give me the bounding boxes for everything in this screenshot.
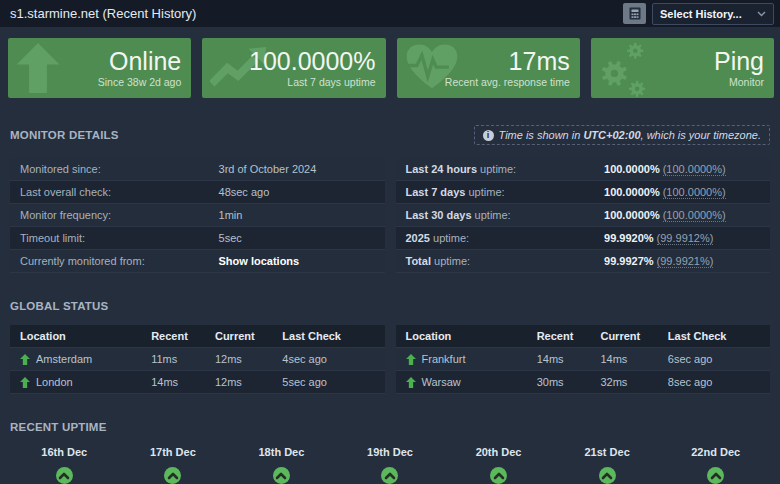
uptime-day-date: 22nd Dec [661,446,770,458]
row-label: Last overall check: [20,186,219,198]
table-row: Total uptime: 99.9927%(99.9921%) [396,250,771,273]
global-status-table-left: Location Recent Current Last Check Amste… [10,325,385,394]
location-up-arrow-icon [20,354,30,365]
uptime-day-date: 17th Dec [119,446,228,458]
uptime-tooltip-value[interactable]: (100.0000%) [663,186,726,199]
row-value: 99.9920%(99.9912%) [604,232,760,244]
last-check: 6sec ago [668,353,760,365]
day-status-up-icon[interactable] [56,467,73,484]
uptime-day: 22nd Dec [661,446,770,484]
location-up-arrow-icon [406,377,416,388]
uptime-day-date: 16th Dec [10,446,119,458]
row-label: Monitor frequency: [20,209,219,221]
status-card-monitor-type: Ping Monitor [591,38,774,98]
col-location: Location [406,330,537,342]
location-name: London [36,376,73,388]
location-name: Warsaw [422,376,461,388]
table-row: Currently monitored from: Show locations [10,250,385,273]
uptime-day-date: 20th Dec [444,446,553,458]
row-label: Monitored since: [20,163,219,175]
uptime-day-date: 21st Dec [553,446,662,458]
section-title-recent-uptime: RECENT UPTIME [10,421,107,433]
global-status-table-right: Location Recent Current Last Check Frank… [396,325,771,394]
row-value: 100.0000%(100.0000%) [604,186,760,198]
day-status-up-icon[interactable] [599,467,616,484]
table-row: Frankfurt 14ms 14ms 6sec ago [396,348,771,371]
card-monitor-type-sub: Monitor [714,76,764,88]
last-check: 4sec ago [282,353,374,365]
location-name: Frankfurt [422,353,466,365]
day-status-up-icon[interactable] [273,467,290,484]
recent-ms: 14ms [537,353,601,365]
uptime-stats-table: Last 24 hours uptime: 100.0000%(100.0000… [396,158,771,273]
recent-uptime-days: 16th Dec 17th Dec 18th Dec 19th Dec 20th… [10,446,770,484]
table-header-row: Location Recent Current Last Check [396,325,771,348]
row-value: 48sec ago [219,186,375,198]
recent-ms: 30ms [537,376,601,388]
history-select-value: Select History... [660,8,742,20]
table-row: 2025 uptime: 99.9920%(99.9912%) [396,227,771,250]
table-row: Monitor frequency: 1min [10,204,385,227]
day-status-up-icon[interactable] [381,467,398,484]
row-value: 3rd of October 2024 [219,163,375,175]
last-check: 5sec ago [282,376,374,388]
status-cards: Online Since 38w 2d ago 100.0000% Last 7… [8,38,774,98]
uptime-tooltip-value[interactable]: (99.9921%) [657,255,714,268]
page-title: s1.starmine.net (Recent History) [10,6,196,21]
card-response-sub: Recent avg. response time [445,76,570,88]
uptime-tooltip-value[interactable]: (100.0000%) [663,163,726,176]
topbar-actions: Select History... [623,3,774,25]
table-row: Last overall check: 48sec ago [10,181,385,204]
row-label: Last 7 days uptime: [406,186,605,198]
day-status-up-icon[interactable] [707,467,724,484]
uptime-day: 21st Dec [553,446,662,484]
day-status-up-icon[interactable] [490,467,507,484]
uptime-tooltip-value[interactable]: (99.9912%) [657,232,714,245]
table-row: Timeout limit: 5sec [10,227,385,250]
timezone-note: i Time is shown in UTC+02:00, which is y… [474,125,770,145]
table-row: Amsterdam 11ms 12ms 4sec ago [10,348,385,371]
location-name: Amsterdam [36,353,92,365]
uptime-day: 20th Dec [444,446,553,484]
uptime-day: 17th Dec [119,446,228,484]
status-card-uptime: 100.0000% Last 7 days uptime [202,38,385,98]
col-location: Location [20,330,151,342]
uptime-tooltip-value[interactable]: (100.0000%) [663,209,726,222]
card-status-value: Online [98,48,181,74]
col-recent: Recent [537,330,601,342]
col-current: Current [215,330,282,342]
row-label: Total uptime: [406,255,605,267]
location-up-arrow-icon [406,354,416,365]
row-value: 1min [219,209,375,221]
show-locations-link[interactable]: Show locations [219,255,300,267]
uptime-calculator-button[interactable] [623,3,646,24]
card-monitor-type-value: Ping [714,48,764,74]
card-uptime-value: 100.0000% [249,48,376,74]
col-current: Current [600,330,667,342]
info-icon: i [483,130,494,141]
row-label: Timeout limit: [20,232,219,244]
history-select[interactable]: Select History... [652,3,774,25]
status-card-response-time: 17ms Recent avg. response time [397,38,580,98]
timezone-note-text: Time is shown in UTC+02:00, which is you… [499,129,761,141]
monitor-details-header: MONITOR DETAILS i Time is shown in UTC+0… [10,125,770,145]
last-check: 8sec ago [668,376,760,388]
monitor-info-table: Monitored since: 3rd of October 2024 Las… [10,158,385,273]
table-row: Last 24 hours uptime: 100.0000%(100.0000… [396,158,771,181]
global-status-header: GLOBAL STATUS [10,300,770,312]
recent-ms: 11ms [151,353,215,365]
col-last-check: Last Check [282,330,374,342]
gears-icon [599,39,657,97]
day-status-up-icon[interactable] [164,467,181,484]
card-status-sub: Since 38w 2d ago [98,76,181,88]
row-value: 100.0000%(100.0000%) [604,209,760,221]
row-value: 5sec [219,232,375,244]
table-row: Last 7 days uptime: 100.0000%(100.0000%) [396,181,771,204]
uptime-day: 16th Dec [10,446,119,484]
row-label: Last 24 hours uptime: [406,163,605,175]
chevron-down-icon [757,11,766,17]
row-value: 99.9927%(99.9921%) [604,255,760,267]
current-ms: 14ms [600,353,667,365]
top-bar: s1.starmine.net (Recent History) Select … [0,0,780,27]
card-uptime-sub: Last 7 days uptime [249,76,376,88]
